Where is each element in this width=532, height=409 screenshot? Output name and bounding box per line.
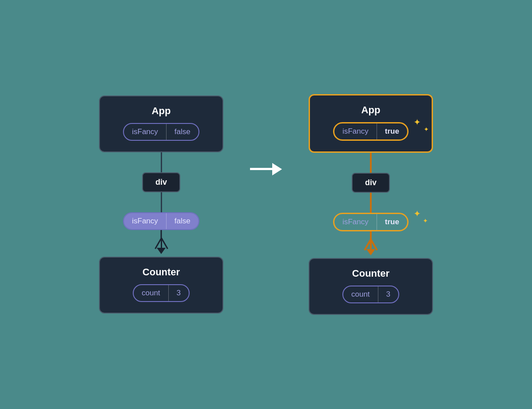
left-split-v [161, 230, 162, 238]
left-app-title: App [152, 105, 171, 117]
left-div-label: div [155, 178, 167, 187]
left-app-isfancy-key: isFancy [124, 124, 167, 140]
right-counter-box: Counter count 3 [309, 258, 433, 315]
right-app-isfancy-key: isFancy [334, 123, 377, 139]
left-arrow-head [157, 248, 166, 254]
left-app-box: App isFancy false [99, 95, 223, 152]
right-arrow-head [366, 249, 375, 255]
right-props-pill: isFancy true [333, 213, 409, 231]
right-count-pill: count 3 [342, 286, 399, 303]
transition-arrow [250, 163, 282, 175]
sparkle-icon-3: ✦ [413, 208, 421, 219]
right-split-v [370, 231, 372, 239]
left-counter-title: Counter [143, 266, 180, 278]
right-props-isfancy-value: true [377, 214, 407, 230]
arrow-head-right [272, 163, 282, 175]
right-split-connector [309, 231, 433, 258]
right-app-title: App [361, 104, 381, 116]
left-diagram: App isFancy false div isFancy false [99, 95, 223, 314]
arrow-shaft [250, 168, 272, 170]
sparkle-icon-1: ✦ [413, 117, 421, 127]
right-count-key: count [343, 286, 378, 302]
right-app-pill-wrapper: isFancy true ✦ ✦ [333, 122, 409, 141]
right-app-isfancy-value: true [377, 123, 407, 139]
left-connector-1 [161, 152, 162, 172]
main-container: App isFancy false div isFancy false [0, 0, 532, 409]
right-arrow-stem [370, 239, 372, 249]
right-props-pill-wrapper: isFancy true ✦ ✦ [333, 213, 409, 231]
right-div-box: div [352, 173, 390, 193]
left-count-key: count [134, 285, 169, 301]
right-counter-title: Counter [352, 268, 389, 279]
right-app-box: App isFancy true ✦ ✦ [309, 94, 433, 153]
left-app-state-pill: isFancy false [123, 123, 199, 141]
right-div-label: div [365, 178, 377, 187]
right-connector-1 [370, 153, 372, 173]
right-props-isfancy-key: isFancy [334, 214, 377, 230]
left-arrow-stem [161, 238, 162, 248]
left-count-pill: count 3 [133, 284, 190, 302]
right-count-value: 3 [378, 286, 398, 302]
left-app-isfancy-value: false [167, 124, 199, 140]
left-props-isfancy-value: false [167, 213, 199, 229]
left-props-isfancy-key: isFancy [124, 213, 167, 229]
left-count-value: 3 [169, 285, 189, 301]
right-app-state-pill: isFancy true [333, 122, 409, 141]
left-div-box: div [142, 172, 180, 192]
left-split-connector [99, 230, 223, 257]
left-counter-box: Counter count 3 [99, 257, 223, 314]
right-connector-2 [370, 193, 372, 213]
right-diagram: App isFancy true ✦ ✦ div isFancy true [309, 94, 433, 315]
sparkle-icon-2: ✦ [424, 126, 429, 133]
left-connector-2 [161, 192, 162, 212]
left-props-pill: isFancy false [123, 212, 199, 230]
sparkle-icon-4: ✦ [423, 217, 428, 224]
